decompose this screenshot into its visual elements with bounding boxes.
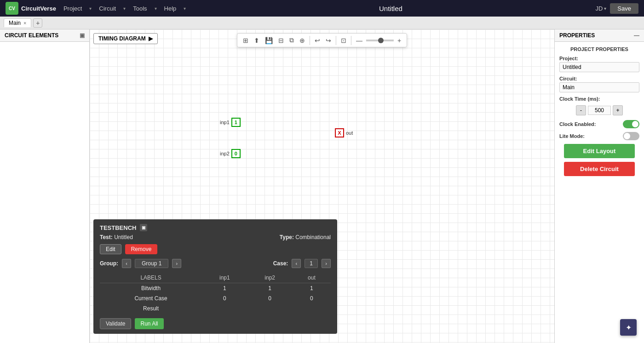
toolbar-separator-2 — [336, 36, 336, 45]
toolbar-save-file-btn[interactable]: 💾 — [263, 36, 275, 45]
clock-enabled-row: Clock Enabled: — [559, 120, 639, 128]
circuit-elements-header: CIRCUIT ELEMENTS ▣ — [0, 29, 89, 42]
toolbar-zoom-plus-btn[interactable]: + — [396, 36, 403, 45]
testbench-header: TESTBENCH ▣ — [100, 224, 331, 231]
circuit-label: Circuit: — [559, 76, 639, 81]
testbench-case-next[interactable]: › — [322, 259, 331, 268]
validate-button[interactable]: Validate — [100, 318, 131, 329]
elements-toggle-icon[interactable]: ▣ — [80, 32, 85, 39]
user-button[interactable]: JD ▾ — [595, 5, 606, 12]
right-panel: PROPERTIES — PROJECT PROPERTIES Project:… — [554, 29, 644, 343]
clock-enabled-toggle[interactable] — [623, 120, 639, 128]
edit-layout-button[interactable]: Edit Layout — [564, 144, 635, 158]
element-out-label: out — [346, 130, 353, 136]
testbench-minimize-icon[interactable]: ▣ — [140, 224, 147, 231]
toolbar: ⊞ ⬆ 💾 ⊟ ⧉ ⊕ ↩ ↪ ⊡ — + — [237, 33, 407, 47]
toolbar-separator-3 — [351, 36, 351, 45]
testbench-case-prev[interactable]: ‹ — [292, 259, 301, 268]
element-inp1[interactable]: inp1 1 — [220, 118, 241, 127]
project-menu[interactable]: Project — [63, 5, 82, 12]
properties-header: PROPERTIES — — [555, 29, 644, 42]
toolbar-zoom-fit-btn[interactable]: ⊡ — [339, 36, 348, 45]
testbench-test-info: Test: Untitled — [100, 234, 133, 240]
timing-diagram-button[interactable]: TIMING DIAGRAM ▶ — [93, 33, 158, 44]
table-col-inp2: inp2 — [247, 273, 293, 283]
testbench-remove-button[interactable]: Remove — [125, 244, 158, 254]
table-cell-bitwidth-inp2: 1 — [247, 283, 293, 294]
user-area: JD ▾ Save — [595, 3, 638, 14]
testbench-group-prev[interactable]: ‹ — [122, 259, 131, 268]
tab-close-icon[interactable]: × — [23, 20, 26, 26]
run-all-button[interactable]: Run All — [135, 318, 163, 329]
table-cell-result-out — [293, 303, 331, 314]
properties-minimize-icon[interactable]: — — [634, 32, 639, 39]
toolbar-plus2-btn[interactable]: ⊕ — [298, 36, 307, 45]
lite-mode-toggle[interactable] — [623, 132, 639, 140]
canvas-area[interactable]: TIMING DIAGRAM ▶ ⊞ ⬆ 💾 ⊟ ⧉ ⊕ ↩ ↪ ⊡ — + i… — [90, 29, 554, 343]
tab-bar: Main × + — [0, 17, 644, 29]
circuit-elements-title: CIRCUIT ELEMENTS — [5, 32, 58, 39]
element-inp1-box[interactable]: 1 — [231, 118, 241, 127]
save-button[interactable]: Save — [610, 3, 638, 14]
left-panel: CIRCUIT ELEMENTS ▣ — [0, 29, 90, 343]
table-cell-bitwidth-out: 1 — [293, 283, 331, 294]
zoom-slider[interactable] — [366, 40, 394, 41]
clock-plus-btn[interactable]: + — [613, 105, 623, 115]
clock-value-input[interactable] — [588, 106, 611, 115]
testbench-actions: Edit Remove — [100, 244, 331, 254]
table-col-inp1: inp1 — [202, 273, 247, 283]
table-cell-bitwidth-inp1: 1 — [202, 283, 247, 294]
clock-control: - + — [559, 105, 639, 115]
circuit-menu[interactable]: Circuit — [99, 5, 116, 12]
table-col-out: out — [293, 273, 331, 283]
testbench-test-label: Test: — [100, 234, 113, 240]
toolbar-redo-btn[interactable]: ↪ — [324, 36, 333, 45]
element-out[interactable]: X out — [335, 128, 353, 137]
table-row: Result — [100, 303, 331, 314]
clock-minus-btn[interactable]: - — [576, 105, 586, 115]
element-inp2-box[interactable]: 0 — [231, 149, 241, 158]
circuit-input[interactable] — [559, 82, 639, 92]
table-cell-bitwidth-label: Bitwidth — [100, 283, 202, 294]
table-col-labels: LABELS — [100, 273, 202, 283]
clock-time-row: Clock Time (ms): — [559, 96, 639, 102]
page-title: Untitled — [193, 5, 588, 12]
testbench-table: LABELS inp1 inp2 out Bitwidth 1 1 1 Curr… — [100, 273, 331, 314]
toolbar-upload-btn[interactable]: ⬆ — [252, 36, 261, 45]
top-navigation: CV CircuitVerse Project ▾ Circuit ▾ Tool… — [0, 0, 644, 17]
project-input[interactable] — [559, 62, 639, 72]
toolbar-undo-btn[interactable]: ↩ — [313, 36, 322, 45]
help-menu[interactable]: Help — [164, 5, 177, 12]
tab-main[interactable]: Main × — [4, 18, 31, 27]
element-inp2[interactable]: inp2 0 — [220, 149, 241, 158]
add-tab-button[interactable]: + — [33, 18, 42, 28]
tools-menu[interactable]: Tools — [133, 5, 147, 12]
testbench-group-next[interactable]: › — [172, 259, 181, 268]
testbench-case-label-prefix: Case: — [273, 260, 288, 267]
project-label: Project: — [559, 56, 639, 61]
table-cell-currentcase-label: Current Case — [100, 293, 202, 303]
clock-enabled-label: Clock Enabled: — [559, 121, 596, 127]
toolbar-zoom-minus-btn[interactable]: — — [354, 36, 364, 45]
testbench-title: TESTBENCH — [100, 224, 136, 231]
delete-circuit-button[interactable]: Delete Circuit — [564, 162, 635, 176]
testbench-type-value: Combinational — [295, 234, 331, 240]
main-layout: CIRCUIT ELEMENTS ▣ TIMING DIAGRAM ▶ ⊞ ⬆ … — [0, 29, 644, 343]
table-header-row: LABELS inp1 inp2 out — [100, 273, 331, 283]
bottom-right-assist-button[interactable]: ✦ — [620, 319, 637, 336]
toolbar-layers-btn[interactable]: ⊟ — [276, 36, 286, 45]
lite-mode-label: Lite Mode: — [559, 133, 585, 139]
timing-diagram-label: TIMING DIAGRAM — [98, 35, 146, 42]
toolbar-copy-btn[interactable]: ⧉ — [288, 35, 296, 45]
table-cell-result-inp2 — [247, 303, 293, 314]
testbench-group-row: Group: ‹ Group 1 › Case: ‹ 1 › — [100, 259, 331, 268]
bottom-right-icon: ✦ — [626, 323, 632, 332]
testbench-edit-button[interactable]: Edit — [100, 244, 121, 254]
table-cell-result-label: Result — [100, 303, 202, 314]
properties-content: PROJECT PROPERTIES Project: Circuit: Clo… — [555, 42, 644, 184]
toolbar-grid-btn[interactable]: ⊞ — [241, 36, 250, 45]
clock-time-label: Clock Time (ms): — [559, 96, 600, 102]
testbench-group-value: Group 1 — [135, 259, 168, 268]
toolbar-separator-1 — [310, 36, 310, 45]
element-out-box[interactable]: X — [335, 128, 344, 137]
